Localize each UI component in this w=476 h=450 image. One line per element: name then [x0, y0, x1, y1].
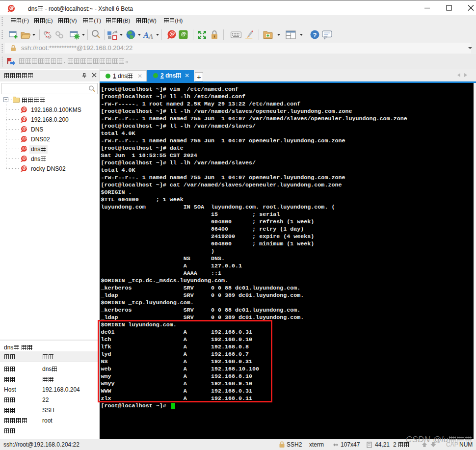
svg-text:A: A	[148, 33, 153, 40]
svg-text:A: A	[143, 30, 149, 40]
svg-text:?: ?	[313, 31, 317, 39]
